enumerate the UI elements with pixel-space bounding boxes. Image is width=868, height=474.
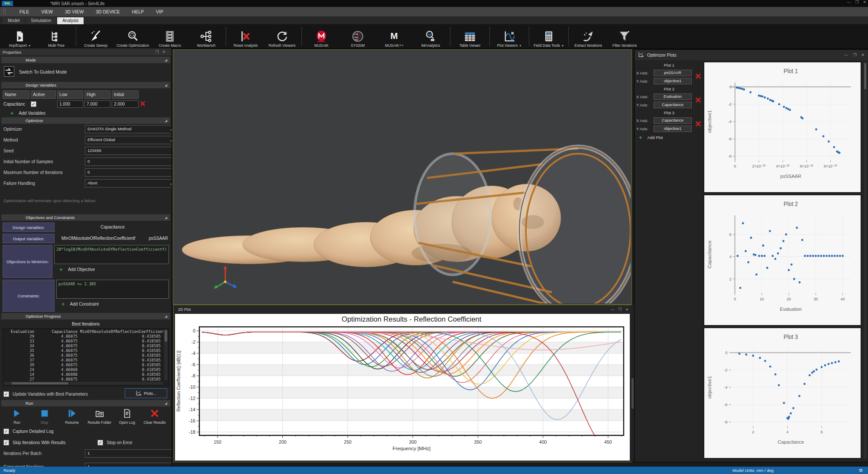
menu-item-3d-view[interactable]: 3D VIEW (65, 9, 84, 14)
toolbar-button-imanalytics[interactable]: IMAnalytics (412, 24, 449, 48)
table-row[interactable]: 344.068750.418585 (4, 344, 163, 348)
optimizer-plots-title-bar[interactable]: Optimizer Plots — ❐ ✕ (635, 50, 868, 60)
table-row[interactable]: 364.068750.418585 (4, 353, 163, 358)
vertical-scrollbar[interactable] (164, 329, 168, 380)
resume-button[interactable]: Resume (59, 408, 84, 425)
run-button[interactable]: Run (4, 408, 29, 425)
toolbar-button-filter-iterations[interactable]: Filter Iterations (606, 24, 643, 48)
open-log-button[interactable]: Open Log (114, 408, 139, 425)
toolbar-button-syssim[interactable]: SYSSIM (340, 24, 376, 48)
add-constraint-button[interactable]: + Add Constraint (62, 302, 169, 306)
maximize-icon[interactable]: ❐ (855, 0, 858, 4)
results-folder-button[interactable]: Results Folder (87, 408, 112, 425)
toolbar-button-musaik[interactable]: MMUSAIK++ (376, 24, 412, 48)
float-panel-icon[interactable]: ❐ (155, 50, 159, 54)
horizontal-scrollbar[interactable] (4, 382, 163, 385)
table-row[interactable]: 374.068750.418585 (4, 358, 163, 363)
constraint-expression-field[interactable]: psSSAAR <= 2.305 (56, 280, 169, 299)
table-row[interactable]: 354.068750.418585 (4, 348, 163, 353)
sync-arrows-icon[interactable] (858, 468, 864, 474)
initial-number-of-samples-field[interactable]: 0 (85, 158, 172, 166)
vertical-scrollbar[interactable] (864, 62, 867, 458)
failure-handling-select[interactable]: Abort▼ (85, 179, 172, 187)
plots-button[interactable]: Plots... (125, 388, 167, 398)
toolbar-button-multi-tree[interactable]: Multi-Tree (38, 24, 74, 48)
objective-expression-field[interactable]: 20*log10(MinOfAbsoluteOfReflectionCoeffi… (54, 245, 169, 264)
concurrent-iterations-field[interactable]: 1 (85, 463, 172, 467)
maximize-icon[interactable]: ❐ (618, 307, 622, 312)
minimize-icon[interactable]: — (847, 0, 851, 4)
method-select[interactable]: Efficient Global▼ (85, 136, 172, 144)
toolbar-button-field-data-tools[interactable]: √xField Data Tools▼ (531, 24, 567, 48)
delete-variable-icon[interactable] (140, 101, 150, 107)
low-field[interactable]: 1.000 (57, 100, 83, 108)
optimizer-select[interactable]: DAKOTA Single Method▼ (85, 125, 172, 133)
minimize-icon[interactable]: — (844, 53, 848, 57)
tab-simulation[interactable]: Simulation (26, 17, 56, 24)
toolbar-button-create-macro[interactable]: Create Macro (152, 24, 188, 48)
maximize-icon[interactable]: ❐ (853, 53, 856, 57)
x-axis-select-plot2[interactable]: Evaluation (654, 94, 692, 100)
delete-plot-icon[interactable] (695, 97, 701, 105)
close-icon[interactable]: ✕ (625, 307, 628, 312)
table-row[interactable]: 274.068750.418585 (4, 377, 163, 381)
switch-guided-mode-button[interactable]: Switch To Guided Mode (0, 63, 172, 81)
toolbar-button-create-optimization[interactable]: Create Optimization (114, 24, 152, 48)
toolbar-button-table-viewer[interactable]: Table Viewer (452, 24, 488, 48)
toolbar-button-musaik[interactable]: MUSAIK (303, 24, 340, 48)
section-header-optimizer-progress[interactable]: Optimizer Progress◢ (1, 313, 170, 319)
delete-plot-icon[interactable] (695, 73, 701, 81)
collapsed-panel-tab[interactable] (631, 305, 634, 461)
table-row[interactable]: 244.068680.418585 (4, 368, 163, 372)
iterations-per-batch-field[interactable]: 1 (85, 449, 172, 458)
close-panel-icon[interactable]: ✕ (162, 50, 165, 54)
section-header-design-variables[interactable]: Design Variables◢ (1, 82, 170, 88)
add-objective-button[interactable]: + Add Objective (59, 267, 169, 272)
tab-model[interactable]: Model (3, 17, 25, 24)
toolbar-button-create-sweep[interactable]: Create Sweep (78, 24, 114, 48)
y-axis-select-plot3[interactable]: objective1 (654, 126, 692, 132)
maximum-number-of-iterations-field[interactable]: 0 (85, 168, 172, 177)
close-icon[interactable]: ✕ (861, 53, 865, 57)
x-axis-select-plot3[interactable]: Capacitance (654, 117, 692, 124)
y-axis-select-plot1[interactable]: objective1 (654, 78, 692, 84)
section-header-mode[interactable]: Mode◢ (1, 57, 170, 63)
best-iterations-table[interactable]: EvaluationCapacitanceMinOfAbsoluteOfRefl… (3, 328, 169, 386)
add-variables-button[interactable]: + Add Variables (10, 111, 172, 116)
table-row[interactable]: 334.068750.418585 (4, 339, 163, 344)
menu-item-view[interactable]: VIEW (41, 9, 53, 14)
menu-item-file[interactable]: FILE (19, 9, 29, 14)
toolbar-button-imp-export[interactable]: Imp/Export▼ (2, 24, 38, 48)
table-row[interactable]: 294.068750.418585 (4, 334, 163, 339)
active-checkbox[interactable]: ✓ (31, 101, 36, 107)
section-header-objectives[interactable]: Objectives and Constraints◢ (1, 214, 170, 221)
menu-item-vip[interactable]: VIP (156, 9, 163, 14)
stop-button[interactable]: Stop (32, 408, 57, 425)
initial-field[interactable]: 2.000 (112, 100, 139, 108)
skip-iterations-checkbox[interactable]: ✓ (3, 440, 9, 445)
delete-plot-icon[interactable] (695, 121, 701, 129)
stop-on-error-checkbox[interactable]: ✓ (97, 440, 103, 445)
seed-field[interactable]: 123456 (85, 147, 172, 155)
toolbar-button-extract-iterations[interactable]: Extract Iterations (570, 24, 606, 48)
x-axis-select-plot1[interactable]: psSSAAR (654, 70, 692, 76)
3d-viewport[interactable] (173, 49, 632, 305)
clear-results-button[interactable]: Clear Results (142, 408, 167, 425)
close-icon[interactable]: ✕ (863, 0, 866, 4)
update-variables-checkbox[interactable]: ✓ (3, 391, 9, 397)
y-axis-select-plot2[interactable]: Capacitance (654, 102, 692, 108)
capture-log-checkbox[interactable]: ✓ (3, 429, 9, 434)
tab-analysis[interactable]: Analysis (57, 17, 84, 24)
menu-item-help[interactable]: HELP (132, 9, 144, 14)
table-row[interactable]: 394.068750.418585 (4, 363, 163, 368)
minimize-icon[interactable]: — (611, 307, 615, 312)
high-field[interactable]: 7.000 (84, 100, 110, 108)
section-header-optimizer[interactable]: Optimizer◢ (1, 117, 170, 124)
toolbar-button-reset-analysis[interactable]: Reset Analysis (227, 24, 264, 48)
toolbar-button-workbench[interactable]: Workbench (188, 24, 224, 48)
menu-item-3d-device[interactable]: 3D DEVICE (96, 9, 120, 14)
toolbar-button-refresh-viewers[interactable]: Refresh Viewers (264, 24, 300, 48)
2d-plot-title-bar[interactable]: 2D Plot — ❐ ✕ (174, 305, 631, 313)
section-header-run[interactable]: Run◢ (1, 400, 170, 406)
add-plot-button[interactable]: +Add Plot (639, 135, 702, 140)
